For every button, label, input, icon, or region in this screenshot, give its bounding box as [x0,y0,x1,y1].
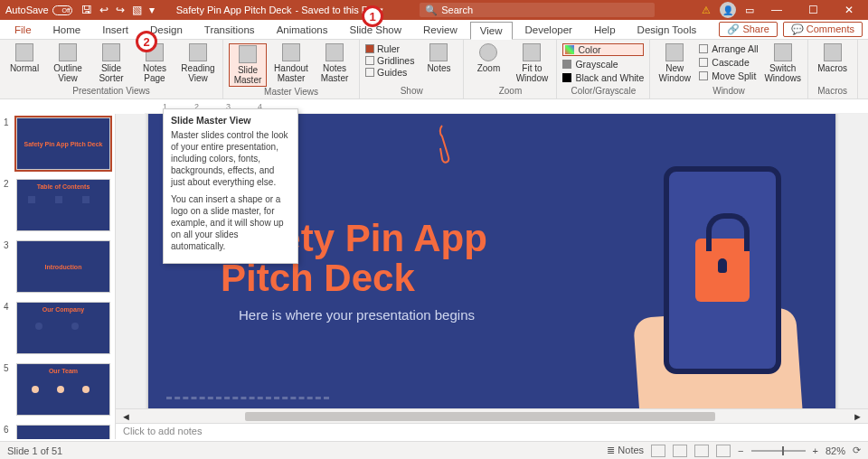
tab-insert[interactable]: Insert [93,22,137,38]
minimize-button[interactable]: — [763,4,790,16]
handout-master-button[interactable]: Handout Master [272,43,310,83]
switch-windows-button[interactable]: Switch Windows [764,43,802,83]
autosave[interactable]: AutoSave Off [5,5,72,15]
tooltip-body-2: You can insert a shape or a logo on a sl… [171,193,290,252]
slideshow-view-icon[interactable] [716,445,731,457]
group-window: New Window Arrange All Cascade Move Spli… [650,40,807,98]
move-split-button[interactable]: Move Split [699,70,758,81]
close-button[interactable]: ✕ [835,4,863,16]
tab-help[interactable]: Help [585,22,625,38]
undo-icon[interactable]: ↩ [99,4,108,16]
slide-master-button[interactable]: Slide Master [229,43,267,87]
qat-more-icon[interactable]: ▾ [149,4,155,16]
fit-to-window-icon[interactable]: ⟳ [853,445,861,456]
tab-animations[interactable]: Animations [268,22,337,38]
tab-transitions[interactable]: Transitions [195,22,264,38]
group-label-presentation-views: Presentation Views [5,86,217,97]
color-mode-button[interactable]: Color [562,43,644,56]
zoom-level[interactable]: 82% [826,445,845,456]
thumbnail-1[interactable]: 1Safety Pin App Pitch Deck [4,117,111,170]
slide-sorter-button[interactable]: Slide Sorter [92,43,130,83]
autosave-toggle[interactable]: Off [52,5,72,15]
share-button[interactable]: 🔗 Share [719,22,777,37]
thumbnail-5[interactable]: 5Our Team [4,363,111,416]
fit-window-button[interactable]: Fit to Window [513,43,551,83]
comments-button[interactable]: 💬 Comments [783,22,863,37]
check-icon [365,44,374,53]
new-window-button[interactable]: New Window [656,43,693,83]
outline-view-button[interactable]: Outline View [49,43,87,83]
main-area: 1Safety Pin App Pitch Deck 2Table of Con… [0,114,868,439]
notes-icon [429,43,448,61]
scroll-left-icon[interactable]: ◄ [116,411,137,422]
macros-button[interactable]: Macros [814,43,852,73]
sorter-view-icon[interactable] [673,445,687,457]
tab-review[interactable]: Review [414,22,467,38]
zoom-slider[interactable] [751,450,806,452]
slide-subtitle[interactable]: Here is where your presentation begins [239,307,475,323]
thumbnail-4[interactable]: 4Our Company [4,302,111,354]
normal-view-button[interactable]: Normal [5,43,43,73]
group-label-master-views: Master Views [229,87,354,98]
cascade-icon [699,58,708,67]
notes-pane-button[interactable]: Notes [420,43,458,73]
notes-pane[interactable]: Click to add notes [116,423,868,439]
save-icon[interactable]: 🖫 [81,4,92,16]
document-title: Safety Pin App Pitch Deck [176,5,292,15]
lock-icon [695,239,750,302]
fit-icon [523,43,541,61]
newwin-icon [665,43,684,61]
slide-thumbnails[interactable]: 1Safety Pin App Pitch Deck 2Table of Con… [0,114,116,439]
notes-toggle[interactable]: ≣ Notes [607,445,644,456]
thumbnail-3[interactable]: 3Introduction [4,240,111,293]
tooltip-slide-master: Slide Master View Master slides control … [163,108,298,264]
group-label-show: Show [365,86,458,97]
tab-view[interactable]: View [470,22,513,40]
thumbnail-6[interactable]: 6 [4,425,111,439]
horizontal-scrollbar[interactable]: ◄► [116,408,868,423]
zoom-in-button[interactable]: + [813,445,818,456]
ribbon-tabs: File Home Insert Design Transitions Anim… [0,20,868,40]
grayscale-mode-button[interactable]: Grayscale [562,59,644,70]
reading-icon [189,43,207,61]
tab-home[interactable]: Home [44,22,90,38]
ribbon-options-icon[interactable]: ▭ [745,5,754,16]
gray-icon [562,60,571,69]
reading-view-button[interactable]: Reading View [179,43,217,83]
start-slideshow-icon[interactable]: ▧ [132,4,142,16]
group-label-zoom: Zoom [469,86,551,97]
arrange-all-button[interactable]: Arrange All [699,43,758,54]
ruler-checkbox[interactable]: Ruler [365,43,414,54]
title-bar: AutoSave Off 🖫 ↩ ↪ ▧ ▾ Safety Pin App Pi… [0,0,868,20]
group-label-macros: Macros [814,86,852,97]
guides-checkbox[interactable]: Guides [365,67,414,78]
notes-master-button[interactable]: Notes Master [316,43,354,83]
slide-counter[interactable]: Slide 1 of 51 [7,445,62,456]
normal-view-icon[interactable] [651,445,665,457]
search-box[interactable]: 🔍 Search [420,3,655,17]
account-avatar[interactable]: 👤 [720,2,736,18]
quick-access-toolbar: 🖫 ↩ ↪ ▧ ▾ [81,4,155,16]
maximize-button[interactable]: ☐ [799,4,826,16]
tab-file[interactable]: File [5,22,41,38]
check-icon [365,68,374,77]
tab-developer[interactable]: Developer [516,22,581,38]
tooltip-body-1: Master slides control the look of your e… [171,129,290,188]
tab-designtools[interactable]: Design Tools [628,22,706,38]
group-label-window: Window [656,86,801,97]
notesmaster-icon [326,43,344,61]
scrollbar-thumb[interactable] [245,412,715,421]
thumbnail-2[interactable]: 2Table of Contents [4,179,111,231]
scroll-right-icon[interactable]: ► [847,411,868,422]
warning-icon[interactable]: ⚠ [702,5,711,16]
macros-icon [824,43,842,61]
bw-mode-button[interactable]: Black and White [562,72,644,83]
zoom-out-button[interactable]: − [738,445,743,456]
zoom-button[interactable]: Zoom [469,43,507,73]
group-color: Color Grayscale Black and White Color/Gr… [557,40,650,98]
reading-view-icon[interactable] [694,445,709,457]
gridlines-checkbox[interactable]: Gridlines [365,55,414,66]
redo-icon[interactable]: ↪ [116,4,125,16]
cascade-button[interactable]: Cascade [699,57,758,68]
arrange-icon [699,44,708,53]
